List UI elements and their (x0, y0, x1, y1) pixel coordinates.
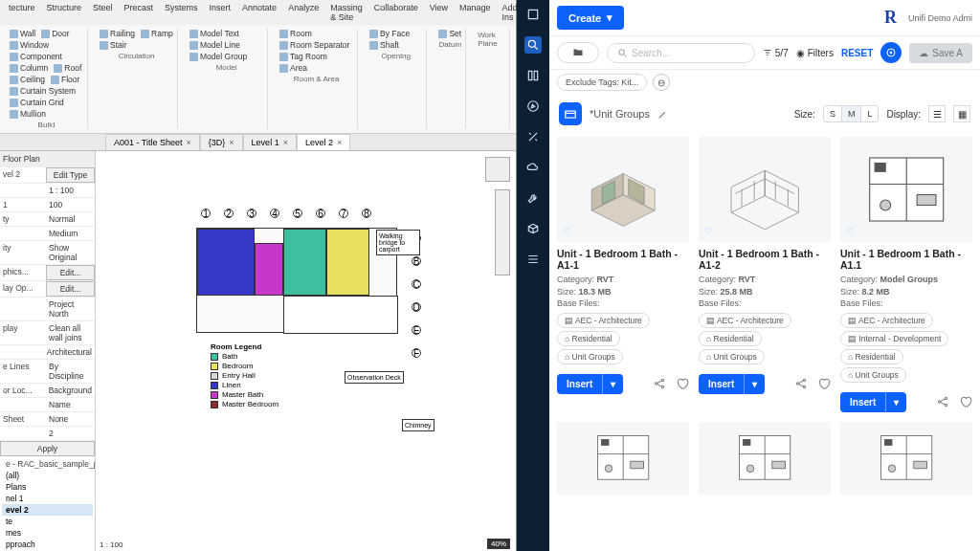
card-thumbnail[interactable] (557, 422, 689, 495)
rail-stack-icon[interactable] (524, 251, 542, 268)
size-option[interactable]: S (824, 106, 842, 121)
heart-icon[interactable]: ♡ (846, 226, 855, 236)
tag-chip[interactable]: ⌂ Unit Groups (840, 367, 906, 383)
close-icon[interactable]: × (283, 138, 288, 147)
rail-cloud-icon[interactable] (524, 159, 542, 176)
close-icon[interactable]: × (229, 138, 234, 147)
ribbon-button[interactable]: Set (438, 29, 461, 38)
ribbon-button[interactable]: Window (10, 40, 49, 50)
ribbon-button[interactable]: Area (279, 63, 307, 73)
browser-item[interactable]: (all) (2, 470, 93, 481)
close-icon[interactable]: × (187, 138, 191, 147)
ribbon-button[interactable]: Room (279, 29, 312, 38)
tag-chip[interactable]: ⌂ Unit Groups (557, 349, 623, 364)
heart-icon[interactable]: ♡ (704, 226, 713, 236)
close-icon[interactable]: × (337, 138, 342, 147)
ribbon-button[interactable]: Roof (54, 63, 81, 73)
property-row[interactable]: ityShow Original (0, 240, 95, 264)
heart-icon[interactable]: ♡ (563, 226, 571, 236)
card-thumbnail[interactable] (840, 422, 972, 495)
rail-logo-icon[interactable] (524, 6, 542, 23)
ribbon-tab[interactable]: Collaborate (371, 2, 421, 23)
browser-item[interactable]: Plans (2, 481, 93, 493)
property-row[interactable]: lay Op...Edit... (0, 280, 95, 297)
rail-compass-icon[interactable] (524, 98, 542, 115)
size-option[interactable]: L (861, 106, 878, 121)
property-row[interactable]: Name (0, 397, 95, 411)
view-tab[interactable]: Level 2× (297, 134, 350, 150)
base-file-chip[interactable]: ▤ Internal - Development (840, 331, 948, 346)
property-row[interactable]: playClean all wall joins (0, 320, 95, 344)
ribbon-button[interactable]: Ramp (141, 29, 173, 38)
save-as-button[interactable]: ☁ Save A (909, 43, 972, 63)
ribbon-button[interactable]: Ceiling (10, 75, 45, 84)
exclude-tag-chip[interactable]: Exclude Tags: Kit... (557, 74, 647, 91)
heart-icon[interactable] (817, 377, 831, 390)
base-file-chip[interactable]: ▤ AEC - Architecture (557, 313, 650, 328)
tag-chip[interactable]: ⌂ Residential (840, 349, 903, 364)
property-row[interactable]: tyNormal (0, 211, 95, 226)
view-tab[interactable]: {3D}× (200, 134, 243, 150)
ribbon-button[interactable]: Room Separator (279, 40, 349, 50)
card-thumbnail[interactable]: ♡ (699, 137, 831, 242)
display-list-icon[interactable]: ☰ (928, 105, 946, 122)
rail-library-icon[interactable] (524, 67, 542, 84)
base-file-chip[interactable]: ▤ AEC - Architecture (699, 313, 791, 328)
insert-button[interactable]: Insert▾ (699, 374, 765, 394)
ribbon-tab[interactable]: tecture (6, 2, 38, 23)
ribbon-button[interactable]: Column (10, 63, 48, 73)
ribbon-button[interactable]: Tag Room (279, 52, 327, 61)
ribbon-tab[interactable]: Systems (162, 2, 201, 23)
rail-box-icon[interactable] (524, 220, 542, 237)
tag-chip[interactable]: ⌂ Residential (557, 331, 620, 346)
ribbon-button[interactable]: By Face (369, 29, 410, 38)
size-option[interactable]: M (842, 106, 862, 121)
heart-icon[interactable] (959, 395, 972, 408)
card-title[interactable]: Unit - 1 Bedroom 1 Bath - A1.1 (840, 248, 972, 271)
ribbon-tab[interactable]: Manage (457, 2, 494, 23)
property-row[interactable]: Architectural (0, 344, 95, 359)
rail-wand-icon[interactable] (524, 128, 542, 145)
ribbon-button[interactable]: Railing (100, 29, 135, 38)
view-cube[interactable] (485, 157, 510, 182)
nav-bar[interactable] (495, 189, 510, 276)
create-button[interactable]: Create▾ (557, 6, 624, 30)
drawing-canvas[interactable]: 12345678 ABCDEF Walking bridge to carpor… (96, 151, 516, 551)
ribbon-tab[interactable]: Analyze (285, 2, 322, 23)
browser-item[interactable]: mes (2, 527, 93, 539)
user-label[interactable]: Unifi Demo Admi (908, 13, 972, 23)
ribbon-button[interactable]: Shaft (369, 40, 399, 50)
share-icon[interactable] (936, 395, 949, 408)
ribbon-button[interactable]: Model Line (189, 40, 240, 50)
property-row[interactable]: 1100 (0, 197, 95, 211)
card-thumbnail[interactable]: ♡ (840, 137, 972, 242)
reset-button[interactable]: RESET (841, 48, 873, 58)
property-row[interactable]: Medium (0, 226, 95, 240)
pencil-icon[interactable] (657, 109, 668, 120)
filter-count[interactable]: 5/7 (763, 48, 789, 58)
browser-item[interactable]: nel 1 (2, 493, 93, 504)
ribbon-button[interactable]: Model Text (189, 29, 239, 38)
browser-item[interactable]: pproach (2, 539, 93, 550)
filters-toggle[interactable]: ◉ Filters (796, 48, 834, 58)
card-thumbnail[interactable] (699, 422, 831, 495)
tag-chip[interactable]: ⌂ Residential (699, 331, 762, 346)
folder-button[interactable] (557, 42, 599, 63)
rail-search-icon[interactable] (524, 36, 542, 54)
card-title[interactable]: Unit - 1 Bedroom 1 Bath - A1-2 (699, 248, 831, 271)
ribbon-tab[interactable]: Structure (44, 2, 85, 23)
property-row[interactable]: or Loc...Background (0, 383, 95, 397)
clear-tags-button[interactable]: ⊖ (653, 74, 670, 91)
property-row[interactable]: 1 : 100 (0, 183, 95, 197)
search-input[interactable]: Search... (607, 43, 755, 63)
ribbon-tab[interactable]: Insert (207, 2, 234, 23)
ribbon-tab[interactable]: Massing & Site (327, 2, 366, 23)
ribbon-tab[interactable]: Annotate (239, 2, 279, 23)
ribbon-button[interactable]: Model Group (189, 52, 247, 61)
share-icon[interactable] (653, 377, 666, 390)
ribbon-button[interactable]: Floor (51, 75, 79, 84)
property-row[interactable]: e LinesBy Discipline (0, 359, 95, 383)
insert-button[interactable]: Insert▾ (557, 374, 623, 394)
property-row[interactable]: Project North (0, 297, 95, 320)
ribbon-button[interactable]: Curtain Grid (10, 98, 64, 107)
